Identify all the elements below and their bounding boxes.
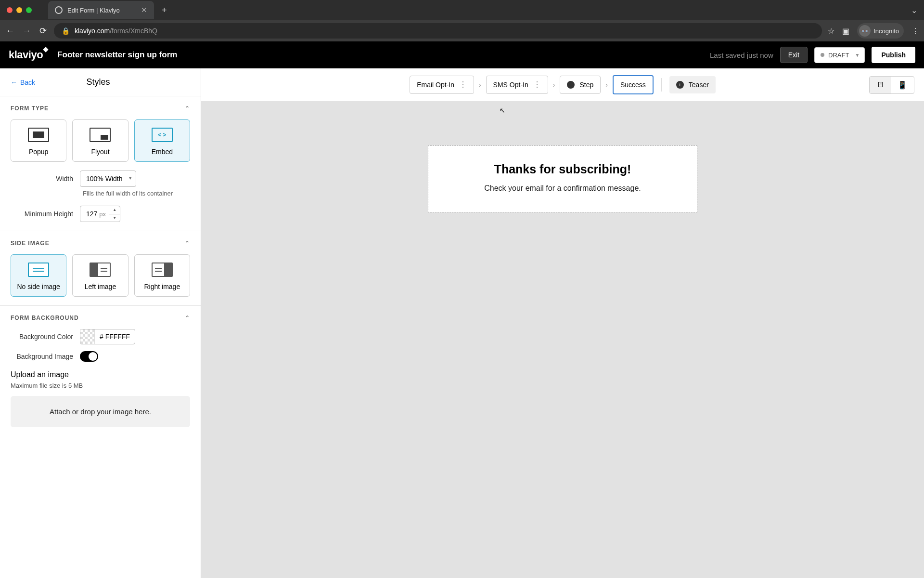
reload-icon[interactable]: ⟳ xyxy=(38,26,48,36)
step-label: SMS Opt-In xyxy=(493,81,528,89)
side-image-options: No side image Left image Right image xyxy=(11,254,190,297)
kebab-icon[interactable]: ⋮ xyxy=(459,83,467,86)
incognito-label: Incognito xyxy=(873,27,899,35)
upload-title: Upload an image xyxy=(11,370,190,379)
back-link[interactable]: Back xyxy=(11,79,35,86)
chevron-down-icon: ▼ xyxy=(855,53,860,58)
option-label: Popup xyxy=(29,148,48,156)
sidebar: Back Styles FORM TYPE ⌃ Popup Flyout < > xyxy=(0,68,201,578)
flyout-icon xyxy=(90,128,111,142)
add-teaser-button[interactable]: + Teaser xyxy=(669,76,716,93)
form-preview[interactable]: Thanks for subscribing! Check your email… xyxy=(428,145,697,212)
app-header: klaviyo Footer newsletter sign up form L… xyxy=(0,41,924,68)
canvas-area: Email Opt-In ⋮ › SMS Opt-In ⋮ › + Step ›… xyxy=(201,68,924,578)
exit-button[interactable]: Exit xyxy=(780,47,808,63)
step-success[interactable]: Success xyxy=(613,75,654,94)
option-label: Left image xyxy=(85,283,116,290)
select-value: 100% Width xyxy=(86,175,122,183)
color-hex-value: # FFFFFF xyxy=(95,333,135,341)
preview-heading: Thanks for subscribing! xyxy=(443,162,682,176)
browser-tab[interactable]: Edit Form | Klaviyo ✕ xyxy=(48,1,154,19)
upload-hint: Maximum file size is 5 MB xyxy=(11,382,190,389)
status-label: DRAFT xyxy=(828,52,849,59)
sidebar-title: Styles xyxy=(87,77,110,87)
upload-dropzone[interactable]: Attach or drop your image here. xyxy=(11,396,190,427)
bg-image-toggle-row: Background Image xyxy=(11,351,190,362)
status-dropdown[interactable]: DRAFT ▼ xyxy=(814,47,865,63)
form-name: Footer newsletter sign up form xyxy=(57,50,177,60)
publish-button[interactable]: Publish xyxy=(872,47,915,63)
section-header[interactable]: FORM TYPE ⌃ xyxy=(11,105,190,112)
chevron-up-icon: ⌃ xyxy=(185,240,190,247)
bg-image-toggle[interactable] xyxy=(80,351,98,362)
width-select[interactable]: 100% Width xyxy=(80,171,136,187)
desktop-view-button[interactable]: 🖥 xyxy=(870,77,891,93)
color-input[interactable]: # FFFFFF xyxy=(80,329,135,344)
step-sms-optin[interactable]: SMS Opt-In ⋮ xyxy=(486,76,548,94)
browser-chrome: Edit Form | Klaviyo ✕ + ⌄ ← → ⟳ 🔒 klaviy… xyxy=(0,0,924,41)
status-dot-icon xyxy=(821,53,824,57)
width-hint: Fills the full width of its container xyxy=(83,190,190,197)
maximize-window-icon[interactable] xyxy=(26,7,32,13)
add-step-button[interactable]: + Step xyxy=(560,76,601,94)
left-image-icon xyxy=(90,263,111,277)
tab-title: Edit Form | Klaviyo xyxy=(67,7,120,14)
step-email-optin[interactable]: Email Opt-In ⋮ xyxy=(410,76,474,94)
canvas[interactable]: ↖ Thanks for subscribing! Check your ema… xyxy=(201,101,924,578)
step-label: Email Opt-In xyxy=(417,81,454,89)
kebab-menu-icon[interactable]: ⋮ xyxy=(911,26,919,36)
forward-icon[interactable]: → xyxy=(21,26,32,36)
klaviyo-logo[interactable]: klaviyo xyxy=(9,49,43,61)
form-type-flyout[interactable]: Flyout xyxy=(72,119,128,162)
mobile-view-button[interactable]: 📱 xyxy=(891,77,914,93)
section-form-background: FORM BACKGROUND ⌃ Background Color # FFF… xyxy=(0,306,201,436)
field-label: Background Color xyxy=(11,333,73,341)
lock-icon: 🔒 xyxy=(62,27,70,35)
chevron-up-icon: ⌃ xyxy=(185,315,190,321)
title-bar: Edit Form | Klaviyo ✕ + ⌄ xyxy=(0,0,924,20)
url-path: /forms/XmcBhQ xyxy=(110,27,157,35)
arrow-icon: › xyxy=(479,81,481,89)
step-bar: Email Opt-In ⋮ › SMS Opt-In ⋮ › + Step ›… xyxy=(201,68,924,101)
min-height-input[interactable]: 127 px ▲ ▼ xyxy=(80,206,120,222)
kebab-icon[interactable]: ⋮ xyxy=(533,83,541,86)
popup-icon xyxy=(28,128,49,142)
back-icon[interactable]: ← xyxy=(5,26,15,36)
incognito-icon: 👓 xyxy=(859,25,871,37)
side-image-none[interactable]: No side image xyxy=(11,254,66,297)
option-label: Embed xyxy=(152,148,173,156)
color-swatch-icon xyxy=(80,329,95,344)
decrement-icon[interactable]: ▼ xyxy=(109,214,120,222)
tabs-chevron-down-icon[interactable]: ⌄ xyxy=(911,6,917,15)
chevron-up-icon: ⌃ xyxy=(185,105,190,112)
number-unit: px xyxy=(99,210,106,218)
divider xyxy=(661,78,662,92)
side-image-left[interactable]: Left image xyxy=(72,254,128,297)
section-title: SIDE IMAGE xyxy=(11,240,50,247)
bookmark-star-icon[interactable]: ☆ xyxy=(828,26,834,36)
address-bar[interactable]: 🔒 klaviyo.com/forms/XmcBhQ xyxy=(54,23,822,39)
favicon-icon xyxy=(55,6,63,14)
section-header[interactable]: SIDE IMAGE ⌃ xyxy=(11,240,190,247)
side-image-right[interactable]: Right image xyxy=(134,254,190,297)
no-image-icon xyxy=(28,263,49,277)
form-type-embed[interactable]: < > Embed xyxy=(134,119,190,162)
plus-circle-icon: + xyxy=(567,81,575,89)
section-form-type: FORM TYPE ⌃ Popup Flyout < > Embed Width xyxy=(0,96,201,231)
minimize-window-icon[interactable] xyxy=(16,7,22,13)
device-toggle: 🖥 📱 xyxy=(869,76,914,94)
last-saved-text: Last saved just now xyxy=(710,51,773,59)
option-label: Right image xyxy=(144,283,180,290)
main: Back Styles FORM TYPE ⌃ Popup Flyout < > xyxy=(0,68,924,578)
panel-icon[interactable]: ▣ xyxy=(842,26,849,36)
field-label: Minimum Height xyxy=(11,210,73,218)
new-tab-button[interactable]: + xyxy=(158,3,171,17)
tab-close-icon[interactable]: ✕ xyxy=(141,6,147,14)
increment-icon[interactable]: ▲ xyxy=(109,206,120,214)
incognito-badge[interactable]: 👓 Incognito xyxy=(857,23,904,39)
close-window-icon[interactable] xyxy=(7,7,13,13)
embed-icon: < > xyxy=(152,128,173,142)
section-title: FORM TYPE xyxy=(11,105,49,112)
section-header[interactable]: FORM BACKGROUND ⌃ xyxy=(11,315,190,321)
form-type-popup[interactable]: Popup xyxy=(11,119,66,162)
